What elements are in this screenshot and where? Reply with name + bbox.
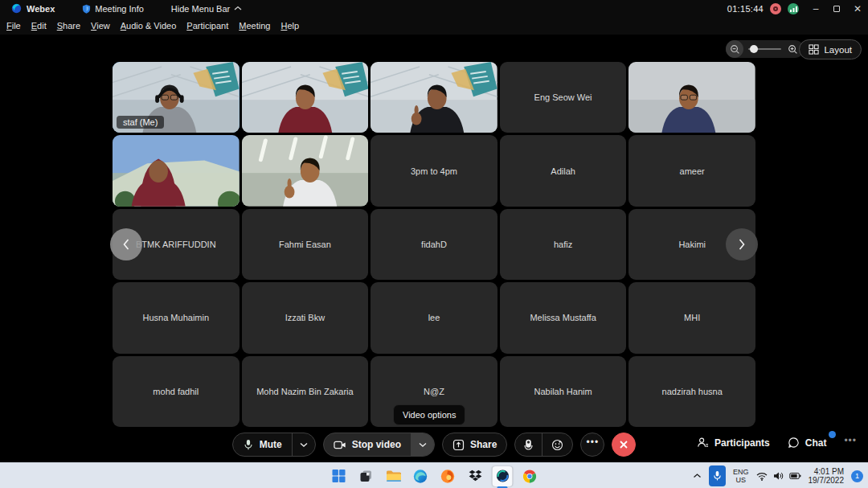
share-screen-icon [452,439,465,451]
camera-icon [334,440,346,450]
participant-tile[interactable]: Mohd Nazim Bin Zakaria [242,356,369,427]
menu-view[interactable]: View [91,18,120,33]
task-view-icon[interactable] [356,466,376,486]
menu-edit[interactable]: Edit [31,18,56,33]
mute-button[interactable]: Mute [233,433,292,456]
participant-tile[interactable]: fidahD [371,209,497,280]
participant-tile[interactable]: mohd fadhil [113,356,240,427]
participant-tile[interactable]: lee [371,282,497,353]
menu-share[interactable]: Share [57,18,90,33]
active-microphone-tray-icon[interactable] [709,465,726,486]
participant-tile[interactable]: Izzati Bkw [242,282,369,353]
participant-tile[interactable]: ameer [628,135,755,206]
participant-tile[interactable]: Adilah [500,135,627,206]
taskbar-clock[interactable]: 4:01 PM 19/7/2022 [809,467,845,485]
participant-name: lee [424,313,445,322]
chat-notification-dot [829,431,836,438]
stop-video-button-group: Stop video [323,433,435,457]
stop-video-button[interactable]: Stop video [324,433,411,456]
share-button-group: Share [442,433,507,457]
participant-name: nadzirah husna [657,387,727,396]
maximize-button[interactable] [826,0,847,17]
hide-menu-bar-button[interactable]: Hide Menu Bar [171,4,242,14]
participant-tile[interactable]: 3pm to 4pm [371,135,497,206]
participant-name: BTMK ARIFFUDDIN [131,240,221,249]
self-name-label: staf (Me) [117,116,164,129]
panel-more-button[interactable]: ••• [844,435,857,450]
webex-meeting-window: Webex Meeting Info Hide Menu Bar 01:15:4… [0,0,868,488]
more-options-button[interactable]: ••• [580,433,604,457]
participant-name: 3pm to 4pm [406,166,462,176]
microphone-icon [243,438,254,451]
menu-meeting[interactable]: Meeting [239,18,280,33]
participant-name: ameer [675,166,710,176]
record-reactions-group [514,433,573,457]
participant-tile[interactable] [242,135,369,206]
firefox-browser-icon[interactable] [438,466,458,486]
minimize-button[interactable]: – [805,0,826,17]
participant-tile[interactable]: Eng Seow Wei [500,62,627,133]
close-button[interactable]: ✕ [847,0,868,17]
chrome-browser-icon[interactable] [520,466,540,486]
start-button-icon[interactable] [329,466,349,486]
edge-browser-icon[interactable] [411,466,431,486]
notification-count-badge[interactable]: 1 [851,470,863,482]
previous-page-arrow[interactable] [110,228,142,260]
participant-tile[interactable] [371,62,497,133]
leave-meeting-button[interactable] [612,433,636,457]
battery-icon[interactable] [789,472,801,480]
participant-name: Hakimi [674,240,710,249]
recording-indicator-icon[interactable] [770,3,781,14]
mute-options-chevron[interactable] [292,433,315,456]
participant-tile[interactable]: hafiz [500,209,627,280]
speaker-icon[interactable] [773,471,784,481]
zoom-in-icon[interactable] [788,44,798,55]
participant-name: Mohd Nazim Bin Zakaria [252,387,358,396]
participant-name: MHI [679,313,705,322]
webex-app-icon[interactable] [493,466,513,486]
participant-tile[interactable] [113,135,240,206]
participants-button[interactable]: Participants [697,437,770,449]
connection-quality-icon[interactable] [788,3,799,14]
record-button[interactable] [515,433,542,456]
participant-tile[interactable]: Nabilah Hanim [500,356,627,427]
chat-bubble-icon [788,437,800,449]
share-button[interactable]: Share [443,433,506,456]
menu-audio-video[interactable]: Audio & Video [121,18,186,33]
menu-file[interactable]: File [6,18,31,33]
windows-taskbar: ENG US 4:01 PM 19/7/2022 1 [0,462,868,488]
wifi-icon[interactable] [756,472,768,481]
mute-button-group: Mute [232,433,316,457]
participant-name: Fahmi Easan [274,240,336,249]
tray-chevron-up-icon[interactable] [693,473,702,479]
participant-tile[interactable]: Husna Muhaimin [113,282,240,353]
participant-grid: staf (Me)Eng Seow Wei3pm to 4pmAdilahame… [113,62,755,427]
chat-button[interactable]: Chat [788,437,827,449]
grid-zoom-control[interactable] [726,40,804,58]
zoom-slider-track[interactable] [748,48,781,50]
menu-help[interactable]: Help [280,18,309,33]
participant-tile[interactable]: Fahmi Easan [242,209,369,280]
participant-tile[interactable] [242,62,369,133]
zoom-slider-knob[interactable] [750,45,758,53]
panel-buttons: Participants Chat ••• [697,435,857,450]
participant-tile[interactable]: staf (Me) [113,62,240,133]
participant-tile[interactable]: MHI [628,282,755,353]
meeting-info-button[interactable]: Meeting Info [82,4,144,14]
system-tray: ENG US 4:01 PM 19/7/2022 1 [693,463,863,488]
participant-tile[interactable]: Melissa Mustaffa [500,282,627,353]
participant-name: Izzati Bkw [280,313,330,322]
file-explorer-icon[interactable] [383,466,403,486]
next-page-arrow[interactable] [726,228,758,260]
title-bar: Webex Meeting Info Hide Menu Bar 01:15:4… [0,0,868,17]
layout-button[interactable]: Layout [799,39,862,59]
zoom-out-icon[interactable] [726,40,743,58]
video-options-chevron[interactable] [411,433,434,456]
reactions-button[interactable] [542,433,572,456]
dropbox-icon[interactable] [465,466,485,486]
language-indicator[interactable]: ENG US [733,468,749,484]
participant-name: fidahD [416,240,452,249]
participant-tile[interactable] [628,62,755,133]
participant-tile[interactable]: nadzirah husna [628,356,755,427]
menu-participant[interactable]: Participant [186,18,238,33]
